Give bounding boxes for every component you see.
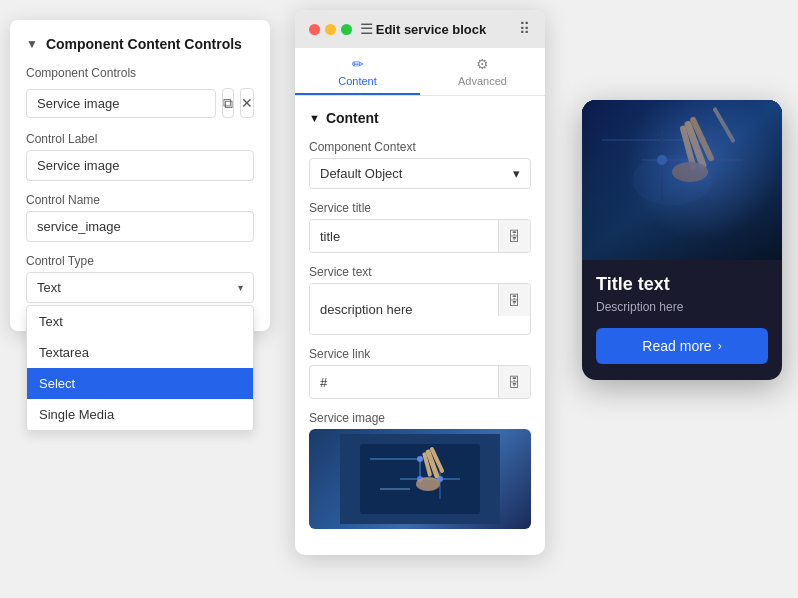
service-text-input-wrap: 🗄 [309,283,531,335]
preview-content: Title text Description here Read more › [582,260,782,380]
component-context-select[interactable]: Default Object ▾ [309,158,531,189]
dropdown-item-text[interactable]: Text [27,306,253,337]
grid-icon[interactable]: ⠿ [519,20,531,38]
pencil-icon: ✏ [352,56,364,72]
close-button[interactable]: ✕ [240,88,254,118]
service-text-field: Service text 🗄 [309,265,531,335]
left-panel: ▼ Component Content Controls Component C… [10,20,270,331]
dropdown-item-single-media[interactable]: Single Media [27,399,253,430]
component-context-arrow: ▾ [513,166,520,181]
panel-title-text: Component Content Controls [46,36,242,52]
dropdown-arrow-icon: ▾ [238,282,243,293]
read-more-label: Read more [642,338,711,354]
control-name-input[interactable] [26,211,254,242]
service-title-label: Service title [309,201,531,215]
tab-content[interactable]: ✏ Content [295,48,420,95]
control-type-group: Control Type Text ▾ Text Textarea Select… [26,254,254,303]
content-collapse-arrow[interactable]: ▼ [309,112,320,124]
service-title-input-wrap: 🗄 [309,219,531,253]
component-context-label: Component Context [309,140,531,154]
preview-overlay [582,100,782,260]
window-bar: ☰ Edit service block ⠿ [295,10,545,48]
service-link-label: Service link [309,347,531,361]
control-type-label: Control Type [26,254,254,268]
service-image-preview [309,429,531,529]
service-link-db-icon[interactable]: 🗄 [498,366,530,398]
middle-content: ▼ Content Component Context Default Obje… [295,96,545,555]
control-label-input[interactable] [26,150,254,181]
chevron-right-icon: › [718,339,722,353]
control-type-select[interactable]: Text ▾ [26,272,254,303]
content-title: Content [326,110,379,126]
svg-point-7 [417,456,423,462]
collapse-arrow[interactable]: ▼ [26,37,38,51]
tab-advanced-label: Advanced [458,75,507,87]
service-text-input[interactable] [310,284,498,334]
service-image-svg [340,434,500,524]
control-label-group: Control Label [26,132,254,181]
service-text-label: Service text [309,265,531,279]
right-preview-card: Title text Description here Read more › [582,100,782,380]
service-image-field: Service image [309,411,531,529]
service-text-db-icon[interactable]: 🗄 [498,284,530,316]
traffic-light-red[interactable] [309,24,320,35]
control-type-select-wrapper: Text ▾ Text Textarea Select Single Media [26,272,254,303]
preview-image [582,100,782,260]
control-name-group: Control Name [26,193,254,242]
dropdown-item-select[interactable]: Select [27,368,253,399]
preview-title: Title text [596,274,768,295]
control-type-dropdown: Text Textarea Select Single Media [26,305,254,431]
service-link-input[interactable] [310,368,498,397]
service-link-input-wrap: 🗄 [309,365,531,399]
service-image-label: Service image [309,411,531,425]
control-input-row: ⧉ ✕ [26,88,254,118]
control-name-label: Control Name [26,193,254,207]
service-link-field: Service link 🗄 [309,347,531,399]
middle-tabs: ✏ Content ⚙ Advanced [295,48,545,96]
service-title-db-icon[interactable]: 🗄 [498,220,530,252]
service-image-placeholder [309,429,531,529]
svg-point-13 [416,477,440,491]
middle-panel: ☰ Edit service block ⠿ ✏ Content ⚙ Advan… [295,10,545,555]
panel-title: ▼ Component Content Controls [26,36,254,52]
component-controls-label: Component Controls [26,66,254,80]
copy-button[interactable]: ⧉ [222,88,234,118]
component-context-value: Default Object [320,166,402,181]
read-more-button[interactable]: Read more › [596,328,768,364]
control-label-label: Control Label [26,132,254,146]
tab-advanced[interactable]: ⚙ Advanced [420,48,545,95]
window-title: Edit service block [351,22,511,37]
content-section-title: ▼ Content [309,110,531,126]
service-title-field: Service title 🗄 [309,201,531,253]
component-context-field: Component Context Default Object ▾ [309,140,531,189]
dropdown-item-textarea[interactable]: Textarea [27,337,253,368]
control-main-input[interactable] [26,89,216,118]
select-value: Text [37,280,61,295]
traffic-lights [309,24,352,35]
gear-icon: ⚙ [476,56,489,72]
preview-description: Description here [596,300,768,314]
tab-content-label: Content [338,75,377,87]
traffic-light-yellow[interactable] [325,24,336,35]
service-title-input[interactable] [310,222,498,251]
